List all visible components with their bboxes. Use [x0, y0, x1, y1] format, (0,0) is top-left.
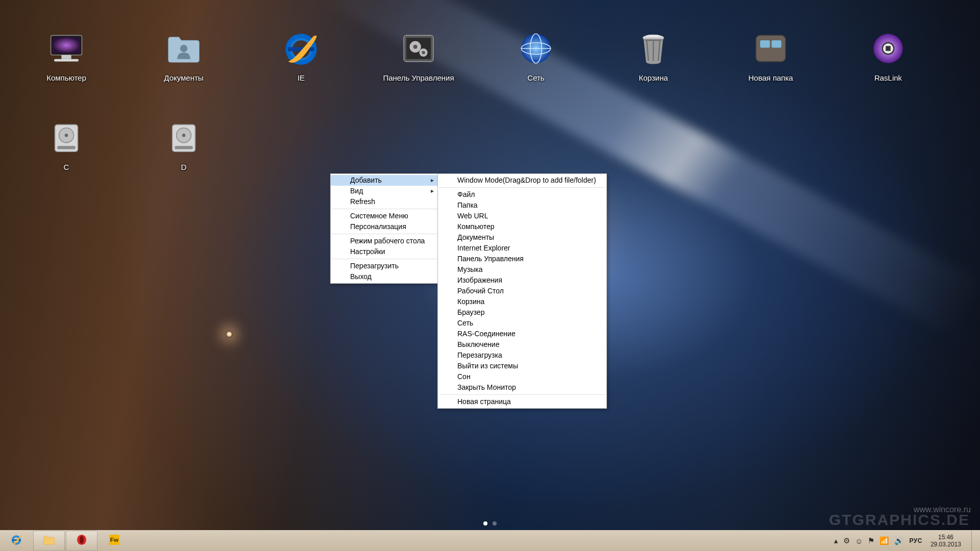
svg-text:Fw: Fw	[110, 536, 119, 543]
menu-item[interactable]: Refresh	[331, 196, 438, 207]
trash-icon	[630, 26, 676, 71]
computer-icon	[43, 26, 89, 71]
globe-icon	[513, 26, 559, 71]
desktop-icon-label: C	[64, 163, 69, 171]
desktop-icon-ie[interactable]: IE	[260, 26, 342, 115]
ie-icon	[278, 26, 324, 71]
menu-item[interactable]: Web URL	[438, 211, 606, 221]
language-indicator[interactable]: РУС	[909, 537, 922, 544]
taskbar-app-opera[interactable]	[66, 531, 97, 551]
svg-rect-1	[53, 37, 80, 54]
menu-item[interactable]: Музыка	[438, 264, 606, 275]
hdd-icon	[43, 115, 89, 161]
menu-item[interactable]: Документы	[438, 232, 606, 243]
svg-rect-30	[175, 146, 192, 149]
desktop-icon-label: Панель Управления	[383, 73, 454, 82]
menu-item[interactable]: Вид	[331, 186, 438, 196]
system-tray[interactable]: ▴ ⚙ ☺ ⚑ 📶 🔊 РУС 15:46 29.03.2013	[834, 531, 977, 551]
menu-item[interactable]: Выйти из системы	[438, 361, 606, 371]
context-menu[interactable]: ДобавитьВидRefreshСистемное МенюПерсонал…	[330, 173, 438, 284]
menu-item[interactable]: Изображения	[438, 275, 606, 286]
raslink-icon	[865, 26, 911, 71]
svg-rect-26	[57, 146, 75, 149]
taskbar[interactable]: Fw ▴ ⚙ ☺ ⚑ 📶 🔊 РУС 15:46 29.03.2013	[0, 530, 980, 551]
opera-icon	[75, 533, 89, 549]
menu-item[interactable]: Сон	[438, 371, 606, 382]
menu-separator	[331, 259, 437, 259]
menu-item[interactable]: Настройки	[331, 246, 438, 257]
desktop-icon-network[interactable]: Сеть	[495, 26, 577, 115]
folder-icon	[42, 533, 56, 549]
svg-rect-22	[886, 46, 891, 51]
network-tray-icon[interactable]: 📶	[879, 536, 889, 545]
menu-item[interactable]: Internet Explorer	[438, 243, 606, 254]
volume-icon[interactable]: 🔊	[894, 536, 904, 545]
menu-item[interactable]: Сеть	[438, 318, 606, 329]
menu-item[interactable]: Панель Управления	[438, 254, 606, 264]
desktop-icon-label: D	[181, 163, 187, 171]
desktop-icon-trash[interactable]: Корзина	[612, 26, 694, 115]
clock-date: 29.03.2013	[930, 541, 961, 548]
gears-panel-icon	[396, 26, 442, 71]
desktop-icon-new-folder[interactable]: Новая папка	[730, 26, 812, 115]
folder-tile-icon	[748, 26, 794, 71]
svg-point-33	[80, 536, 84, 544]
desktop-icon-computer[interactable]: Компьютер	[26, 26, 107, 115]
menu-item[interactable]: Браузер	[438, 307, 606, 318]
taskbar-clock[interactable]: 15:46 29.03.2013	[927, 534, 964, 548]
desktop-icon-drive-d[interactable]: D	[143, 115, 225, 204]
taskbar-app-fireworks[interactable]: Fw	[99, 531, 130, 551]
menu-item[interactable]: Персонализация	[331, 221, 438, 232]
svg-rect-19	[772, 40, 781, 47]
context-submenu-add[interactable]: Window Mode(Drag&Drop to add file/folder…	[437, 173, 607, 409]
desktop-icon-label: Сеть	[527, 73, 544, 82]
menu-item[interactable]: Перезагрузка	[438, 350, 606, 361]
menu-item[interactable]: Закрыть Монитор	[438, 382, 606, 393]
page-dot[interactable]	[493, 521, 497, 525]
svg-point-4	[180, 45, 187, 52]
page-dot[interactable]	[483, 521, 487, 525]
menu-item[interactable]: Window Mode(Drag&Drop to add file/folder…	[438, 175, 606, 186]
svg-rect-3	[54, 59, 79, 62]
desktop-icon-raslink[interactable]: RasLink	[847, 26, 929, 115]
svg-point-29	[182, 134, 185, 137]
desktop-icon-label: Документы	[164, 73, 203, 82]
taskbar-app-explorer[interactable]	[33, 531, 65, 551]
menu-item[interactable]: Добавить	[331, 175, 438, 186]
menu-item[interactable]: Файл	[438, 189, 606, 200]
site-watermark: www.wincore.ru	[914, 505, 971, 514]
menu-item[interactable]: RAS-Соединение	[438, 329, 606, 339]
svg-point-11	[422, 51, 425, 54]
page-indicator[interactable]	[483, 521, 497, 525]
desktop-icon-label: Компьютер	[46, 73, 86, 82]
folder-user-icon	[161, 26, 207, 71]
taskbar-app-ie[interactable]	[1, 531, 32, 551]
menu-item[interactable]: Выключение	[438, 339, 606, 350]
settings-tray-icon[interactable]: ⚙	[843, 536, 850, 545]
desktop-icon-control-panel[interactable]: Панель Управления	[378, 26, 459, 115]
chevron-up-icon[interactable]: ▴	[834, 536, 838, 545]
hdd-icon	[161, 115, 207, 161]
menu-item[interactable]: Компьютер	[438, 221, 606, 232]
menu-separator	[331, 234, 437, 234]
desktop[interactable]: КомпьютерДокументыIEПанель УправленияСет…	[0, 0, 980, 551]
desktop-icon-drive-c[interactable]: C	[26, 115, 107, 204]
menu-item[interactable]: Выход	[331, 271, 438, 282]
security-icon[interactable]: ⚑	[868, 536, 874, 545]
clock-time: 15:46	[930, 534, 961, 541]
smiley-icon[interactable]: ☺	[855, 537, 863, 545]
show-desktop-button[interactable]	[971, 531, 977, 551]
menu-item[interactable]: Режим рабочего стола	[331, 236, 438, 246]
svg-rect-17	[756, 35, 786, 61]
desktop-icon-label: RasLink	[874, 73, 902, 82]
menu-item[interactable]: Перезагрузить	[331, 261, 438, 271]
svg-point-9	[413, 45, 418, 49]
menu-item[interactable]: Новая страница	[438, 396, 606, 407]
menu-separator	[438, 394, 606, 395]
menu-item[interactable]: Корзина	[438, 296, 606, 307]
menu-item[interactable]: Рабочий Стол	[438, 286, 606, 296]
menu-item[interactable]: Системное Меню	[331, 211, 438, 221]
svg-point-25	[65, 134, 68, 137]
menu-item[interactable]: Папка	[438, 200, 606, 211]
desktop-icon-documents[interactable]: Документы	[143, 26, 225, 115]
